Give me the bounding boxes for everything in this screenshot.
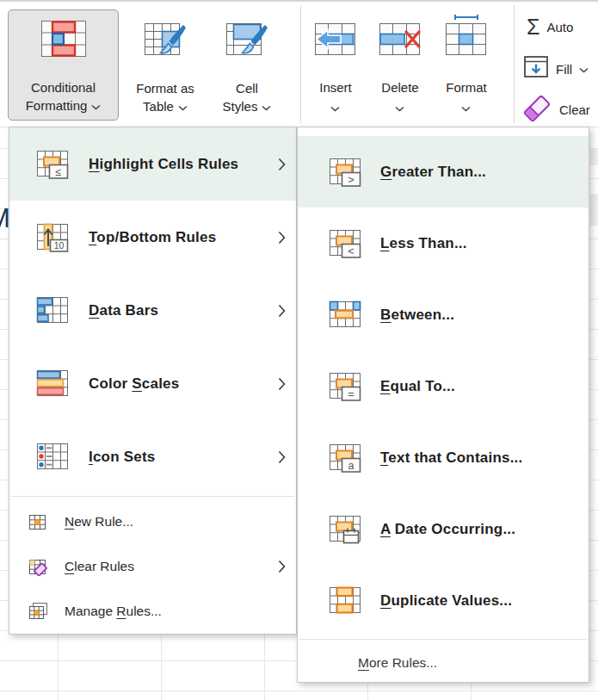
- menu-item-highlight-cells-rules[interactable]: ≤ Highlight Cells Rules: [9, 127, 296, 201]
- conditional-formatting-icon: [40, 20, 87, 61]
- cell-styles-button[interactable]: Cell Styles: [209, 9, 285, 121]
- menu-separator: [11, 496, 294, 497]
- submenu-arrow-icon: [278, 158, 286, 171]
- submenu-item-greater-than[interactable]: > Greater Than...: [298, 136, 589, 208]
- submenu-item-label: More Rules...: [358, 655, 437, 671]
- less-than-icon: <: [329, 226, 363, 261]
- submenu-item-label: Equal To...: [380, 378, 455, 395]
- menu-item-clear-rules[interactable]: Clear Rules: [9, 544, 296, 589]
- chevron-down-icon: [330, 100, 340, 115]
- fill-down-icon: [524, 56, 549, 82]
- duplicate-values-icon: [329, 584, 363, 618]
- menu-item-new-rule[interactable]: New Rule...: [9, 499, 296, 544]
- format-as-table-label-line2: Table: [143, 97, 174, 115]
- chevron-down-icon: [91, 96, 101, 115]
- menu-item-manage-rules[interactable]: Manage Rules...: [9, 589, 296, 634]
- eraser-icon: [521, 93, 552, 126]
- svg-text:<: <: [348, 245, 354, 257]
- chevron-down-icon: [395, 100, 404, 115]
- conditional-formatting-label-line2: Formatting: [26, 96, 88, 115]
- autosum-button[interactable]: Σ Auto: [527, 15, 573, 38]
- submenu-arrow-icon: [278, 231, 286, 245]
- format-as-table-label-line1: Format as: [136, 79, 194, 97]
- manage-rules-icon: [28, 603, 48, 621]
- submenu-item-equal-to[interactable]: = Equal To...: [298, 350, 589, 422]
- sigma-icon: Σ: [527, 15, 539, 38]
- svg-text:10: 10: [54, 240, 65, 251]
- cell-styles-icon: [225, 19, 268, 62]
- sheet-shaded-cell: [590, 149, 598, 165]
- fill-label: Fill: [556, 62, 572, 77]
- submenu-item-a-date-occurring[interactable]: A Date Occurring...: [298, 493, 589, 565]
- submenu-item-label: Duplicate Values...: [380, 592, 512, 610]
- svg-text:=: =: [348, 387, 354, 400]
- menu-item-data-bars[interactable]: Data Bars: [9, 274, 296, 347]
- color-scales-icon: [36, 367, 71, 401]
- format-button[interactable]: Format: [439, 9, 494, 121]
- submenu-arrow-icon: [278, 560, 286, 573]
- svg-text:a: a: [348, 459, 354, 471]
- menu-item-top-bottom-rules[interactable]: 10 Top/Bottom Rules: [9, 201, 296, 274]
- insert-cells-icon: [314, 22, 357, 59]
- text-contains-icon: a: [329, 441, 363, 475]
- menu-item-color-scales[interactable]: Color Scales: [9, 347, 296, 420]
- submenu-arrow-icon: [278, 377, 286, 391]
- svg-text:>: >: [348, 173, 354, 185]
- delete-cells-icon: [379, 22, 422, 59]
- cell-styles-label-line1: Cell: [236, 79, 258, 97]
- conditional-formatting-menu: ≤ Highlight Cells Rules 10 Top/Bottom Ru…: [9, 127, 297, 635]
- fill-button[interactable]: Fill: [524, 56, 589, 82]
- insert-button[interactable]: Insert: [310, 9, 361, 121]
- data-bars-icon: [36, 294, 71, 328]
- conditional-formatting-label-line1: Conditional: [31, 78, 96, 96]
- date-occurring-icon: [329, 512, 363, 547]
- chevron-down-icon: [579, 61, 589, 77]
- menu-item-label: New Rule...: [65, 514, 133, 530]
- insert-label: Insert: [319, 78, 352, 96]
- chevron-down-icon: [178, 97, 188, 115]
- excel-window: M Conditional Formatting: [0, 0, 598, 700]
- clear-rules-icon: [28, 558, 48, 576]
- ribbon-group-divider: [514, 5, 515, 123]
- highlight-cells-rules-icon: ≤: [36, 147, 71, 182]
- submenu-item-duplicate-values[interactable]: Duplicate Values...: [298, 565, 589, 636]
- format-as-table-button[interactable]: Format as Table: [127, 9, 203, 121]
- new-rule-icon: [28, 513, 48, 531]
- svg-text:≤: ≤: [56, 165, 62, 177]
- chevron-down-icon: [262, 97, 271, 115]
- autosum-label: Auto: [546, 20, 573, 34]
- ribbon: Conditional Formatting Format as Table: [0, 0, 598, 127]
- menu-item-label: Icon Sets: [89, 449, 155, 466]
- submenu-item-text-that-contains[interactable]: a Text that Contains...: [298, 422, 589, 493]
- submenu-separator: [299, 639, 587, 640]
- format-as-table-icon: [144, 19, 187, 62]
- icon-sets-icon: [36, 440, 71, 474]
- sheet-shaded-cell: [590, 194, 598, 226]
- format-cells-icon: [445, 14, 488, 60]
- clear-button[interactable]: Clear: [521, 93, 590, 126]
- submenu-item-label: Greater Than...: [380, 164, 486, 181]
- submenu-item-less-than[interactable]: < Less Than...: [298, 208, 589, 279]
- submenu-item-label: Less Than...: [380, 235, 467, 252]
- equal-to-icon: =: [329, 369, 363, 404]
- clear-label: Clear: [559, 102, 590, 117]
- submenu-arrow-icon: [278, 304, 286, 318]
- delete-button[interactable]: Delete: [374, 9, 426, 121]
- ribbon-group-divider: [300, 5, 301, 123]
- submenu-item-label: A Date Occurring...: [380, 521, 515, 538]
- cell-styles-label-line2: Styles: [223, 97, 258, 115]
- submenu-item-between[interactable]: Between...: [298, 279, 589, 350]
- between-icon: [329, 298, 363, 332]
- submenu-arrow-icon: [278, 450, 286, 464]
- menu-item-label: Manage Rules...: [65, 604, 162, 619]
- menu-item-label: Highlight Cells Rules: [89, 156, 238, 173]
- delete-label: Delete: [381, 78, 418, 96]
- submenu-item-more-rules[interactable]: More Rules...: [298, 642, 589, 684]
- conditional-formatting-button[interactable]: Conditional Formatting: [8, 9, 119, 121]
- format-label: Format: [446, 78, 487, 96]
- menu-item-label: Clear Rules: [65, 559, 134, 574]
- submenu-item-label: Between...: [380, 307, 454, 324]
- menu-item-icon-sets[interactable]: Icon Sets: [9, 420, 296, 493]
- submenu-item-label: Text that Contains...: [380, 449, 522, 467]
- chevron-down-icon: [461, 100, 471, 115]
